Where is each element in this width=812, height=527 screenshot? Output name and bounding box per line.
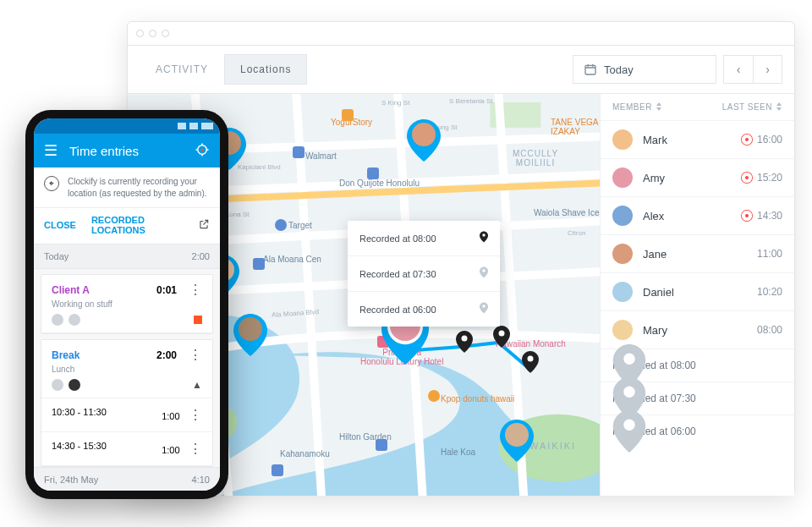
entry-card[interactable]: Break 2:00 ⋮ Lunch ▲ 10:30 - 11:30 1:00 … xyxy=(41,339,213,467)
more-icon[interactable]: ⋮ xyxy=(184,347,202,363)
map-label: Don Quijote Honolulu xyxy=(339,178,420,188)
map-location-pin[interactable] xyxy=(456,331,473,353)
map-location-pin[interactable] xyxy=(493,326,510,348)
crosshair-icon: ⌖ xyxy=(44,176,59,191)
pin-icon xyxy=(480,302,488,316)
sidebar-header: MEMBER LAST SEEN xyxy=(601,94,794,120)
recorded-row[interactable]: Recorded at 06:00 xyxy=(601,414,794,447)
banner-actions: CLOSE RECORDED LOCATIONS xyxy=(34,208,220,244)
map-tooltip-row[interactable]: Recorded at 08:00 xyxy=(348,221,500,256)
tab-activity[interactable]: ACTIVITY xyxy=(140,54,224,85)
entry-title: Break xyxy=(52,349,150,361)
svg-point-8 xyxy=(528,356,534,362)
calendar-icon xyxy=(584,63,597,76)
entry-card[interactable]: Client A 0:01 ⋮ Working on stuff xyxy=(41,274,213,334)
member-row[interactable]: Daniel10:20 xyxy=(601,272,794,310)
member-name: Mark xyxy=(643,134,742,146)
battery-icon xyxy=(201,123,213,129)
recorded-locations-button[interactable]: RECORDED LOCATIONS xyxy=(91,215,183,235)
poi-icon xyxy=(376,439,387,451)
svg-point-7 xyxy=(499,331,505,337)
live-indicator xyxy=(742,211,752,221)
svg-rect-0 xyxy=(585,65,595,74)
map-road-label: Citron xyxy=(568,229,585,237)
svg-point-12 xyxy=(623,354,634,365)
map-member-pin[interactable] xyxy=(407,119,441,162)
member-last-seen: 16:00 xyxy=(757,134,782,145)
poi-icon xyxy=(275,219,287,231)
entry-title: Client A xyxy=(52,284,150,296)
more-icon[interactable]: ⋮ xyxy=(180,442,202,456)
svg-point-11 xyxy=(482,305,486,308)
map-label: TANE VEGA IZAKAY xyxy=(551,118,599,136)
member-last-seen: 08:00 xyxy=(757,324,782,336)
map-label: Waiola Shave Ice xyxy=(534,208,599,217)
date-nav: ‹ › xyxy=(723,55,782,84)
phone-statusbar xyxy=(34,118,220,134)
open-external-icon[interactable] xyxy=(198,218,210,233)
map-label: WAIKIKI xyxy=(529,441,576,451)
avatar xyxy=(612,282,633,302)
map-member-pin[interactable] xyxy=(233,314,267,356)
sub-entry-range: 14:30 - 15:30 xyxy=(52,441,107,457)
avatar xyxy=(612,167,633,188)
map-tooltip-row[interactable]: Recorded at 06:00 xyxy=(348,292,500,327)
map-tooltip-label: Recorded at 08:00 xyxy=(359,233,436,244)
member-name: Jane xyxy=(643,248,757,261)
phone-screen: ☰ Time entries ⌖ Clockify is currently r… xyxy=(34,118,220,491)
member-row[interactable]: Amy15:20 xyxy=(601,158,794,196)
signal-icon xyxy=(178,123,186,129)
map-label: Target xyxy=(288,221,312,230)
map-tooltip-row[interactable]: Recorded at 07:30 xyxy=(348,256,500,292)
window-control-close[interactable] xyxy=(136,30,144,37)
close-button[interactable]: CLOSE xyxy=(44,220,76,230)
wifi-icon xyxy=(189,123,198,129)
member-name: Mary xyxy=(643,324,757,337)
appbar-title: Time entries xyxy=(69,144,139,158)
banner-text: Clockify is currently recording your loc… xyxy=(68,176,210,199)
map-label: Kahanamoku xyxy=(280,449,330,458)
poi-icon xyxy=(367,167,379,179)
date-prev-button[interactable]: ‹ xyxy=(724,56,753,83)
location-banner: ⌖ Clockify is currently recording your l… xyxy=(34,167,220,208)
poi-icon xyxy=(428,390,440,402)
map-tooltip: Recorded at 08:00 Recorded at 07:30 Reco… xyxy=(348,221,500,327)
svg-point-10 xyxy=(482,269,486,272)
member-row[interactable]: Mary08:00 xyxy=(601,310,794,349)
more-icon[interactable]: ⋮ xyxy=(180,408,202,422)
window-control-max[interactable] xyxy=(162,30,169,37)
date-picker[interactable]: Today xyxy=(573,55,716,84)
tag-icon xyxy=(52,314,63,326)
column-last-seen[interactable]: LAST SEEN xyxy=(722,102,782,112)
member-row[interactable]: Jane11:00 xyxy=(601,234,794,272)
map-tooltip-label: Recorded at 07:30 xyxy=(359,269,436,279)
tab-locations[interactable]: Locations xyxy=(224,54,307,85)
chevron-up-icon[interactable]: ▲ xyxy=(192,379,202,391)
location-target-icon[interactable] xyxy=(195,142,210,160)
map-tooltip-label: Recorded at 06:00 xyxy=(359,305,436,315)
tabs-bar: ACTIVITY Locations Today ‹ › xyxy=(128,46,794,94)
recording-indicator xyxy=(194,316,202,324)
phone-appbar: ☰ Time entries xyxy=(34,134,220,167)
map-member-pin[interactable] xyxy=(500,420,534,462)
entry-duration: 2:00 xyxy=(156,349,177,361)
map-road-label: S Beretania St xyxy=(449,97,493,105)
member-row[interactable]: Alex14:30 xyxy=(601,196,794,234)
menu-icon[interactable]: ☰ xyxy=(44,141,58,160)
member-row[interactable]: Mark16:00 xyxy=(601,120,794,158)
day-total: 2:00 xyxy=(192,251,210,261)
more-icon[interactable]: ⋮ xyxy=(184,282,202,298)
avatar xyxy=(612,320,633,340)
avatar xyxy=(612,244,633,264)
map-location-pin[interactable] xyxy=(522,351,539,373)
sub-entry[interactable]: 14:30 - 15:30 1:00 ⋮ xyxy=(41,432,212,466)
column-member[interactable]: MEMBER xyxy=(612,102,662,112)
svg-point-14 xyxy=(623,420,634,431)
day-header: Fri, 24th May 4:10 xyxy=(34,467,220,491)
entry-subtitle: Lunch xyxy=(52,365,202,374)
window-control-min[interactable] xyxy=(149,30,156,37)
date-next-button[interactable]: › xyxy=(753,56,782,83)
sub-entry[interactable]: 10:30 - 11:30 1:00 ⋮ xyxy=(41,398,212,432)
member-name: Alex xyxy=(643,210,742,222)
entry-duration: 0:01 xyxy=(156,284,177,296)
